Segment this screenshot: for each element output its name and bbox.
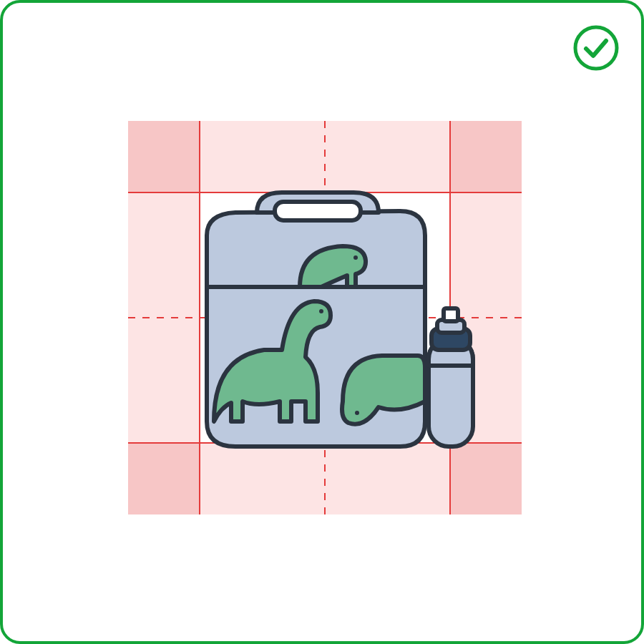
svg-point-16 <box>319 309 323 313</box>
svg-rect-13 <box>275 202 361 220</box>
lunchbox-illustration <box>128 121 522 514</box>
svg-point-15 <box>353 255 358 260</box>
svg-rect-21 <box>444 308 458 321</box>
guideline-example-card <box>0 0 644 644</box>
status-check-icon <box>572 24 620 72</box>
svg-point-0 <box>575 27 617 69</box>
svg-point-17 <box>355 411 359 415</box>
composition-stage <box>128 121 522 514</box>
water-bottle <box>429 308 473 447</box>
